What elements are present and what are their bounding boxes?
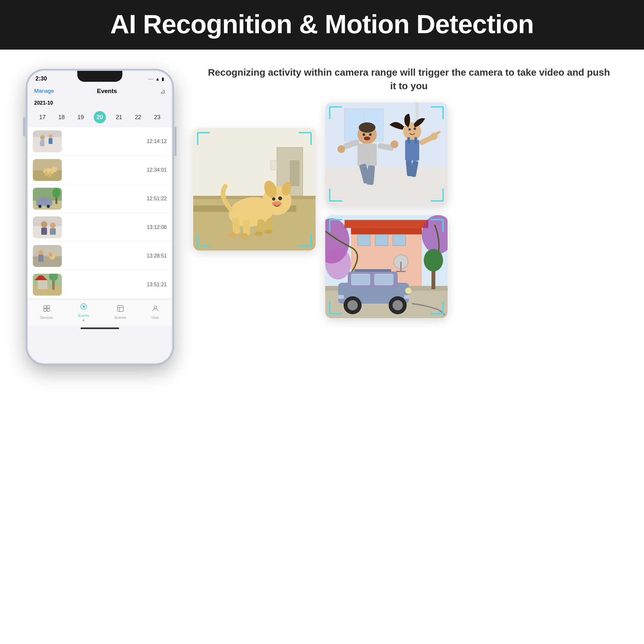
event-item-1[interactable]: 12:14:12: [28, 127, 172, 156]
home-indicator: [81, 327, 119, 329]
svg-rect-128: [337, 295, 344, 299]
event-thumb-1: [33, 130, 62, 152]
svg-point-49: [154, 306, 157, 308]
svg-rect-57: [270, 160, 277, 170]
svg-point-21: [52, 188, 60, 198]
status-icons: ···· ▲ ▮: [148, 76, 164, 81]
svg-rect-129: [404, 295, 411, 299]
svg-rect-38: [38, 280, 47, 289]
event-item-3[interactable]: 12:51:22: [28, 185, 172, 213]
svg-point-89: [364, 137, 370, 140]
event-thumb-5: [33, 245, 62, 267]
svg-rect-93: [405, 140, 419, 161]
cal-day-17[interactable]: 17: [36, 111, 49, 123]
cal-num-18: 18: [55, 111, 68, 123]
event-thumb-4: [33, 216, 62, 238]
svg-rect-17: [39, 197, 49, 201]
svg-point-102: [414, 128, 416, 130]
cal-num-17: 17: [36, 111, 49, 123]
svg-point-101: [409, 128, 411, 131]
nav-scenes-label: Scenes: [114, 316, 126, 319]
right-side: Recognizing activity within camera range…: [193, 62, 625, 628]
page-title: AI Recognition & Motion Detection: [13, 9, 631, 39]
svg-point-112: [325, 247, 351, 279]
svg-point-2: [40, 135, 45, 140]
svg-rect-40: [44, 306, 46, 308]
svg-rect-120: [351, 274, 370, 285]
cal-day-23[interactable]: 23: [151, 111, 163, 123]
svg-rect-41: [47, 306, 50, 308]
event-time-3: 12:51:22: [147, 196, 167, 202]
cal-day-20[interactable]: 20: [94, 111, 106, 123]
car-detection-frame: [325, 215, 448, 318]
app-header: Manage Events ⊿: [28, 85, 172, 99]
main-content: 2:30 ···· ▲ ▮ Manage Events ⊿ 2021-10: [0, 50, 644, 640]
cal-num-22: 22: [132, 111, 144, 123]
phone-screen: 2:30 ···· ▲ ▮ Manage Events ⊿ 2021-10: [28, 71, 172, 363]
svg-point-45: [83, 306, 85, 308]
svg-point-72: [264, 230, 273, 234]
svg-rect-42: [44, 309, 46, 311]
event-time-4: 13:12:06: [147, 224, 167, 230]
date-header: 2021-10: [28, 99, 172, 109]
cal-day-19[interactable]: 19: [75, 111, 87, 123]
svg-point-81: [359, 122, 375, 133]
calendar-row: 17 18 19 20 21 22: [28, 109, 172, 127]
svg-rect-29: [33, 256, 62, 267]
svg-rect-121: [374, 274, 393, 285]
svg-point-91: [369, 133, 372, 136]
event-thumb-6: [33, 274, 62, 296]
manage-button[interactable]: Manage: [34, 88, 54, 94]
devices-icon: [43, 305, 51, 314]
svg-rect-31: [38, 255, 43, 262]
event-item-2[interactable]: 12:34:01: [28, 156, 172, 185]
nav-devices-label: Devices: [40, 316, 53, 319]
svg-rect-126: [354, 269, 391, 272]
cal-day-18[interactable]: 18: [55, 111, 68, 123]
signal-icon: ····: [148, 76, 154, 81]
svg-point-63: [272, 197, 275, 201]
svg-point-125: [393, 300, 403, 310]
svg-rect-27: [50, 228, 56, 235]
cal-num-19: 19: [75, 111, 87, 123]
event-item-5[interactable]: 13:28:51: [28, 242, 172, 270]
svg-point-62: [278, 196, 282, 200]
dog-detection-frame: [193, 128, 316, 251]
dog-scene-svg: [193, 128, 316, 251]
event-thumb-2: [33, 159, 62, 181]
nav-devices[interactable]: Devices: [40, 305, 53, 319]
svg-rect-43: [47, 309, 50, 311]
car-scene-svg: [325, 215, 448, 318]
svg-rect-6: [49, 138, 52, 144]
cal-num-23: 23: [151, 111, 163, 123]
svg-rect-46: [118, 306, 123, 311]
svg-point-18: [38, 205, 42, 208]
nav-scenes[interactable]: Scenes: [114, 305, 126, 319]
svg-rect-95: [414, 137, 417, 144]
wifi-icon: ▲: [155, 76, 160, 81]
svg-rect-109: [393, 234, 406, 246]
cal-day-22[interactable]: 22: [132, 111, 144, 123]
event-item-4[interactable]: 13:12:06: [28, 213, 172, 242]
user-icon: [152, 305, 159, 314]
cal-day-21[interactable]: 21: [113, 111, 125, 123]
svg-point-127: [405, 288, 412, 294]
nav-user[interactable]: User: [152, 305, 159, 319]
svg-point-123: [347, 300, 358, 310]
svg-rect-65: [232, 218, 240, 234]
event-time-1: 12:14:12: [147, 138, 167, 144]
feature-description: Recognizing activity within camera range…: [193, 62, 625, 93]
page-header: AI Recognition & Motion Detection: [0, 0, 644, 50]
nav-events[interactable]: Events: [78, 303, 89, 321]
svg-point-90: [363, 133, 365, 136]
status-time: 2:30: [35, 75, 47, 82]
nav-events-indicator: [83, 319, 84, 321]
cal-num-20: 20: [94, 111, 106, 123]
svg-point-69: [227, 232, 236, 238]
bottom-nav: Devices Events: [28, 299, 172, 326]
filter-icon[interactable]: ⊿: [160, 87, 166, 95]
svg-rect-25: [41, 228, 47, 235]
event-item-6[interactable]: 13:51:21: [28, 270, 172, 299]
svg-point-85: [337, 145, 345, 153]
nav-events-label: Events: [78, 314, 89, 317]
